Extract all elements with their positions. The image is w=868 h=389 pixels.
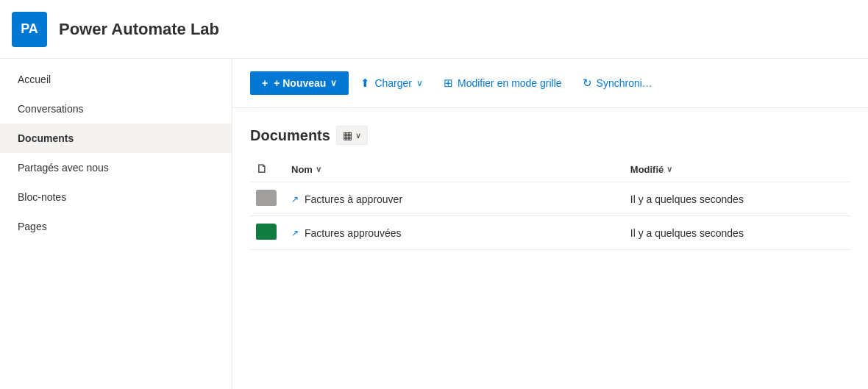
sidebar-item-documents[interactable]: Documents xyxy=(0,124,232,153)
table-row[interactable]: ↗ Factures à approuver Il y a quelques s… xyxy=(250,182,850,216)
sidebar-item-bloc-notes[interactable]: Bloc-notes xyxy=(0,182,232,212)
row2-modified: Il y a quelques secondes xyxy=(630,227,744,239)
app-header: PA Power Automate Lab xyxy=(0,0,868,59)
content-area: + + Nouveau ∨ ⬆ Charger ∨ ⊞ Modifier en … xyxy=(232,59,868,389)
charger-button[interactable]: ⬆ Charger ∨ xyxy=(352,71,432,96)
row2-name-cell: ↗ Factures approuvées xyxy=(285,216,625,250)
sidebar: Accueil Conversations Documents Partagés… xyxy=(0,59,232,389)
charger-chevron-icon: ∨ xyxy=(416,78,423,88)
sidebar-item-conversations[interactable]: Conversations xyxy=(0,94,232,124)
nouveau-button[interactable]: + + Nouveau ∨ xyxy=(250,71,349,95)
app-logo: PA xyxy=(12,12,47,47)
view-chevron-icon: ∨ xyxy=(355,131,361,140)
sync-status-icon2: ↗ xyxy=(291,228,299,238)
file-header-icon: 🗋 xyxy=(256,163,268,175)
sidebar-item-accueil[interactable]: Accueil xyxy=(0,65,232,94)
row1-modified-cell: Il y a quelques secondes xyxy=(625,182,850,216)
folder-green-icon xyxy=(256,224,277,240)
sync-status-icon: ↗ xyxy=(291,194,299,204)
charger-label: Charger xyxy=(374,77,412,89)
nouveau-label: + Nouveau xyxy=(274,77,326,89)
row1-filename: Factures à approuver xyxy=(305,193,402,205)
documents-header: Documents ▦ ∨ xyxy=(250,126,850,145)
synchroniser-button[interactable]: ↻ Synchroni… xyxy=(574,71,661,96)
table-row[interactable]: ↗ Factures approuvées Il y a quelques se… xyxy=(250,216,850,250)
row1-name-cell: ↗ Factures à approuver xyxy=(285,182,625,216)
name-sort-icon: ∨ xyxy=(316,165,321,174)
folder-gray-icon xyxy=(256,190,277,206)
th-modified[interactable]: Modifié ∨ xyxy=(625,157,850,182)
chevron-down-icon: ∨ xyxy=(330,78,337,88)
row2-modified-cell: Il y a quelques secondes xyxy=(625,216,850,250)
toolbar: + + Nouveau ∨ ⬆ Charger ∨ ⊞ Modifier en … xyxy=(232,59,868,108)
th-name[interactable]: Nom ∨ xyxy=(285,157,625,182)
sidebar-item-pages[interactable]: Pages xyxy=(0,212,232,241)
modifier-label: Modifier en mode grille xyxy=(458,77,562,89)
sidebar-item-partages[interactable]: Partagés avec nous xyxy=(0,153,232,182)
main-layout: Accueil Conversations Documents Partagés… xyxy=(0,59,868,389)
th-file-icon: 🗋 xyxy=(250,157,285,182)
modifier-grille-button[interactable]: ⊞ Modifier en mode grille xyxy=(435,71,571,96)
app-title: Power Automate Lab xyxy=(59,20,219,39)
sync-icon: ↻ xyxy=(583,76,592,90)
row1-icon-cell xyxy=(250,182,285,216)
upload-icon: ⬆ xyxy=(360,76,370,90)
row2-filename: Factures approuvées xyxy=(305,227,402,239)
synchroniser-label: Synchroni… xyxy=(597,77,652,89)
row1-modified: Il y a quelques secondes xyxy=(630,193,744,205)
modified-sort-icon: ∨ xyxy=(666,165,672,174)
documents-section: Documents ▦ ∨ 🗋 Nom ∨ xyxy=(232,108,868,250)
file-table: 🗋 Nom ∨ Modifié ∨ xyxy=(250,157,850,250)
row2-icon-cell xyxy=(250,216,285,250)
plus-icon: + xyxy=(262,77,268,89)
library-view-icon: ▦ xyxy=(343,129,352,141)
grid-icon: ⊞ xyxy=(444,76,453,90)
documents-title: Documents xyxy=(250,127,330,144)
view-selector-button[interactable]: ▦ ∨ xyxy=(336,126,368,145)
